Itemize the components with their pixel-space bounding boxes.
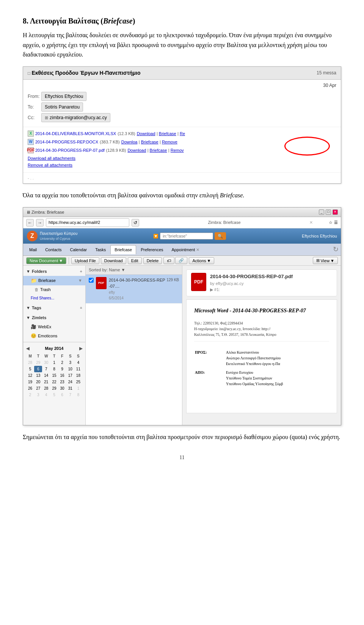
cal-day-8b[interactable]: 8 [74, 392, 82, 398]
folders-collapse-icon[interactable]: ▼ [26, 268, 30, 275]
cal-day-19[interactable]: 19 [26, 379, 34, 385]
cal-day-1b[interactable]: 1 [74, 385, 82, 392]
minimize-button[interactable]: _ [319, 209, 324, 215]
cal-day-5[interactable]: 5 [26, 366, 34, 372]
cal-day-24[interactable]: 24 [66, 379, 74, 385]
star-icon[interactable]: ☆ [329, 219, 333, 226]
pdf-briefcase-link[interactable]: Briefcase [150, 148, 167, 153]
search-dropdown-icon[interactable]: 🔽 [153, 233, 158, 239]
cal-day-12[interactable]: 12 [26, 372, 34, 379]
forward-button[interactable]: → [36, 219, 44, 227]
share-button[interactable]: 🔗 [175, 257, 187, 264]
file-checkbox[interactable] [89, 278, 94, 283]
cal-day-4[interactable]: 4 [74, 359, 82, 366]
cal-day-3b[interactable]: 3 [34, 392, 42, 398]
cal-day-14[interactable]: 14 [42, 372, 50, 379]
cal-day-29b[interactable]: 29 [50, 385, 58, 392]
docx-remove-link[interactable]: Remove [162, 140, 177, 144]
search-input[interactable] [160, 233, 213, 239]
menu-icon[interactable]: ☰ [334, 219, 338, 226]
docx-download-link[interactable]: Downloa [121, 140, 138, 144]
cal-day-3[interactable]: 3 [66, 359, 74, 366]
cal-day-28a[interactable]: 28 [26, 359, 34, 366]
tab-mail[interactable]: Mail [25, 246, 41, 254]
cal-day-21[interactable]: 21 [42, 379, 50, 385]
folders-add-icon[interactable]: + [80, 268, 82, 275]
cal-day-11[interactable]: 11 [74, 366, 82, 372]
tab-calendar[interactable]: Calendar [66, 246, 91, 254]
cal-day-6b[interactable]: 6 [58, 392, 66, 398]
refresh-button[interactable]: ↻ [333, 244, 339, 255]
pdf-remove-link[interactable]: Remov [171, 148, 184, 153]
appointment-close-icon[interactable]: ✕ [196, 247, 199, 252]
cal-day-13[interactable]: 13 [34, 372, 42, 379]
upload-file-button[interactable]: Upload File [71, 257, 99, 264]
cal-day-4b[interactable]: 4 [42, 392, 50, 398]
tags-add-icon[interactable]: + [80, 305, 82, 311]
search-button[interactable]: 🔍 [215, 232, 226, 240]
cal-day-10[interactable]: 10 [66, 366, 74, 372]
close-button[interactable]: ✕ [333, 209, 338, 215]
zimlets-collapse-icon[interactable]: ▼ [26, 315, 30, 321]
cal-next-button[interactable]: ▶ [79, 345, 82, 352]
cal-day-1[interactable]: 1 [50, 359, 58, 366]
sidebar-briefcase-folder[interactable]: 📁 Briefcase ▼ [23, 276, 85, 286]
tags-collapse-icon[interactable]: ▼ [26, 305, 30, 311]
webex-item[interactable]: 🎥 WebEx [23, 322, 85, 331]
cal-day-2b[interactable]: 2 [26, 392, 34, 398]
filelist-sort-header[interactable]: Sorted by: Name ▼ [86, 266, 182, 275]
new-doc-dropdown-icon[interactable]: ▼ [59, 258, 63, 263]
url-bar[interactable]: https://new.ucy.ac.cy/mail#2 [46, 218, 129, 227]
new-document-button[interactable]: New Document ▼ [26, 257, 66, 264]
cal-day-30b[interactable]: 30 [58, 385, 66, 392]
tab-contacts[interactable]: Contacts [41, 246, 65, 254]
edit-button[interactable]: Edit [128, 257, 142, 264]
cal-day-7b[interactable]: 7 [66, 392, 74, 398]
cal-day-7[interactable]: 7 [42, 366, 50, 372]
cal-day-25[interactable]: 25 [74, 379, 82, 385]
cal-day-9[interactable]: 9 [58, 366, 66, 372]
pdf-download-link[interactable]: Download [127, 148, 146, 153]
tab-appointment[interactable]: Appointment ✕ [168, 246, 204, 254]
actions-button[interactable]: Actions ▼ [189, 257, 214, 264]
tag-button[interactable]: 🏷 [163, 257, 174, 264]
cal-day-8[interactable]: 8 [50, 366, 58, 372]
file-item-pdf[interactable]: PDF 2014-04-30-PROGRESS-REP-07.... efty … [86, 275, 182, 304]
cal-day-18[interactable]: 18 [74, 372, 82, 379]
cal-day-29a[interactable]: 29 [34, 359, 42, 366]
cal-day-31[interactable]: 31 [66, 385, 74, 392]
remove-all-link[interactable]: Remove all attachments [28, 162, 336, 168]
cal-day-16[interactable]: 16 [58, 372, 66, 379]
cal-day-30a[interactable]: 30 [42, 359, 50, 366]
back-button[interactable]: ← [26, 219, 34, 227]
sidebar-trash-folder[interactable]: 🗑 Trash [23, 285, 85, 294]
xlsx-remove-link[interactable]: Re [180, 131, 185, 136]
cal-prev-button[interactable]: ◀ [26, 345, 29, 352]
docx-briefcase-link[interactable]: Briefcase [141, 140, 158, 144]
xlsx-briefcase-link[interactable]: Briefcase [159, 131, 176, 136]
cal-day-2[interactable]: 2 [58, 359, 66, 366]
tab-tasks[interactable]: Tasks [91, 246, 110, 254]
download-all-link[interactable]: Download all attachments [28, 155, 336, 162]
refresh-button[interactable]: ↺ [132, 219, 139, 227]
xlsx-download-link[interactable]: Download [137, 131, 155, 136]
play-icon[interactable]: ▶ [210, 287, 213, 292]
cal-day-15[interactable]: 15 [50, 372, 58, 379]
cal-day-20[interactable]: 20 [34, 379, 42, 385]
cal-day-22[interactable]: 22 [50, 379, 58, 385]
cal-day-6-today[interactable]: 6 [34, 366, 42, 372]
tab-close[interactable]: ✕ [309, 219, 313, 226]
cal-day-5b[interactable]: 5 [50, 392, 58, 398]
cal-day-26[interactable]: 26 [26, 385, 34, 392]
briefcase-dropdown-icon[interactable]: ▼ [78, 277, 82, 284]
find-shares-item[interactable]: Find Shares... [23, 294, 85, 302]
view-button[interactable]: ⊞ View ▼ [313, 257, 338, 264]
tab-preferences[interactable]: Preferences [137, 246, 167, 254]
download-button[interactable]: Download [101, 257, 126, 264]
maximize-button[interactable]: □ [326, 209, 331, 215]
cal-day-27[interactable]: 27 [34, 385, 42, 392]
cal-day-23[interactable]: 23 [58, 379, 66, 385]
emoticons-item[interactable]: 😊 Emoticons [23, 331, 85, 340]
tab-briefcase[interactable]: Briefcase [110, 245, 136, 254]
delete-button[interactable]: Delete [143, 257, 162, 264]
